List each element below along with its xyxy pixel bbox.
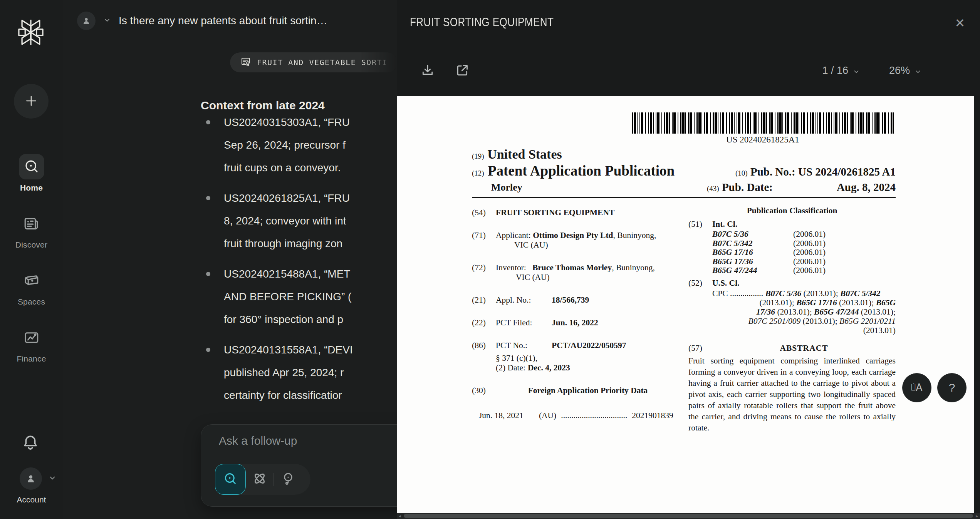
- bullet-line: US20240261825A1, “FRU: [224, 187, 401, 209]
- attachment-badge[interactable]: FRUIT AND VEGETABLE SORTI: [230, 52, 398, 72]
- bullet-line: US20240131558A1, “DEVI: [224, 338, 401, 361]
- doc-classification-heading: Publication Classification: [688, 206, 896, 216]
- sidebar: Home Discover: [0, 0, 63, 519]
- section-heading: Context from late 2024: [201, 99, 325, 112]
- followup-input[interactable]: [218, 434, 420, 448]
- sidebar-nav: Home Discover: [0, 154, 63, 363]
- app: Home Discover: [0, 0, 980, 519]
- bullet-line: fruit through imaging zon: [224, 232, 401, 255]
- close-button[interactable]: ✕: [951, 15, 968, 32]
- patent-certificate-icon: [240, 56, 252, 69]
- help-button[interactable]: ?: [937, 373, 967, 402]
- doc-title-row: (54) FRUIT SORTING EQUIPMENT: [472, 208, 680, 218]
- doc-left-column: (54) FRUIT SORTING EQUIPMENT (71) Applic…: [472, 208, 680, 420]
- doc-intcl-list: B07C 5/36 (2006.01) B07C 5/342 (2006.01)…: [688, 230, 896, 275]
- finance-chart-icon: [19, 325, 44, 350]
- plus-icon: [23, 93, 39, 110]
- bullet-line: US20240215488A1, “MET: [224, 263, 401, 285]
- zoom-control[interactable]: 26%: [889, 65, 922, 77]
- sidebar-item-label: Spaces: [18, 297, 45, 306]
- perplexity-logo-icon[interactable]: [17, 18, 45, 46]
- bullet-line: for 360° inspection and p: [224, 308, 401, 331]
- labs-mode-button[interactable]: [274, 471, 302, 488]
- bullet-line: 8, 2024; conveyor with int: [224, 209, 401, 232]
- download-button[interactable]: [419, 62, 436, 79]
- spaces-icon: [19, 268, 44, 293]
- doc-371-row: § 371 (c)(1), (2) Date:Dec. 4, 2023: [472, 353, 680, 373]
- cpc-line: CPC ................ B07C 5/36 (2013.01)…: [712, 289, 896, 298]
- scroll-right-arrow[interactable]: ▸: [974, 513, 980, 519]
- cpc-line: (2013.01); B65G 17/16 (2013.01); B65G: [712, 298, 896, 307]
- doc-cpc-block: CPC ................ B07C 5/36 (2013.01)…: [688, 289, 896, 335]
- patent-viewer-panel: FRUIT SORTING EQUIPMENT ✕: [397, 0, 980, 519]
- intcl-row: B65G 47/244 (2006.01): [688, 266, 896, 275]
- translate-button[interactable]: 文̇A: [902, 373, 931, 402]
- bullet-line: Sep 26, 2024; precursor f: [224, 134, 401, 156]
- attachment-badge-label: FRUIT AND VEGETABLE SORTI: [257, 58, 388, 67]
- new-thread-button[interactable]: [14, 84, 49, 119]
- intcl-row: B07C 5/36 (2006.01): [688, 230, 896, 239]
- patent-document-page: US 20240261825A1 (19) United States (12)…: [397, 96, 974, 515]
- lightbulb-icon: [280, 471, 296, 488]
- search-icon: [223, 471, 238, 488]
- chevron-down-icon[interactable]: [102, 15, 112, 26]
- intcl-row: B65G 17/16 (2006.01): [688, 248, 896, 257]
- sidebar-item-label: Home: [20, 183, 43, 193]
- sidebar-item-finance[interactable]: Finance: [17, 325, 46, 363]
- sidebar-item-label: Discover: [15, 240, 47, 249]
- bullet-line: fruit cups on a conveyor.: [224, 156, 401, 179]
- right-gutter: [974, 96, 980, 513]
- list-item: US20240315303A1, “FRU Sep 26, 2024; prec…: [201, 111, 401, 179]
- bullet-dot: [206, 196, 210, 200]
- intcl-row: B65G 17/36 (2006.01): [688, 257, 896, 266]
- page-indicator-value: 1 / 16: [822, 65, 848, 77]
- close-icon: ✕: [955, 16, 965, 30]
- avatar: [20, 467, 42, 490]
- mode-pill: [215, 464, 310, 495]
- sidebar-item-home[interactable]: Home: [19, 154, 44, 193]
- chevron-down-icon: [914, 67, 922, 75]
- sidebar-item-spaces[interactable]: Spaces: [18, 268, 45, 306]
- doc-intcl-heading: (51) Int. Cl.: [688, 219, 896, 229]
- horizontal-scrollbar[interactable]: ◂ ▸: [397, 513, 980, 519]
- account-menu[interactable]: [20, 467, 57, 490]
- doc-pub-no: (10) Pub. No.: US 2024/0261825 A1: [707, 166, 896, 178]
- scrollbar-thumb[interactable]: [404, 514, 973, 518]
- intcl-row: B07C 5/342 (2006.01): [688, 239, 896, 248]
- research-mode-button[interactable]: [246, 470, 274, 488]
- download-icon: [420, 74, 435, 79]
- list-item: US20240215488A1, “MET AND BEFORE PICKING…: [201, 263, 401, 331]
- viewer-toolbar: 1 / 16 26%: [397, 46, 980, 95]
- bullet-line: AND BEFORE PICKING” (: [224, 285, 401, 308]
- list-item: US20240131558A1, “DEVI published Apr 25,…: [201, 338, 401, 407]
- search-mode-button[interactable]: [215, 464, 246, 495]
- doc-applicant-row: (71) Applicant: Ottimo Design Pty Ltd, B…: [472, 231, 680, 250]
- doc-priority-row: Jun. 18, 2021 (AU) .....................…: [472, 411, 680, 420]
- open-external-button[interactable]: [454, 62, 471, 79]
- list-item: US20240261825A1, “FRU 8, 2024; conveyor …: [201, 187, 401, 255]
- doc-pct-filed-row: (22) PCT Filed: Jun. 16, 2022: [472, 318, 680, 328]
- user-avatar[interactable]: [77, 12, 96, 30]
- page-indicator[interactable]: 1 / 16: [822, 65, 861, 77]
- account-label: Account: [0, 495, 63, 504]
- external-link-icon: [455, 74, 470, 79]
- doc-abstract-text: Fruit sorting equipment comprising inter…: [688, 355, 896, 434]
- notifications-button[interactable]: [18, 430, 43, 455]
- doc-appl-no-row: (21) Appl. No.: 18/566,739: [472, 295, 680, 305]
- sidebar-item-discover[interactable]: Discover: [15, 211, 47, 249]
- translate-icon: 文̇A: [911, 382, 923, 393]
- bullet-line: US20240315303A1, “FRU: [224, 111, 401, 134]
- doc-kind: (12) Patent Application Publication: [472, 162, 675, 179]
- panel-header: FRUIT SORTING EQUIPMENT ✕: [397, 0, 980, 46]
- bullet-line: certainty for classificatior: [224, 384, 401, 407]
- doc-pub-date: (43) Pub. Date: Aug. 8, 2024: [707, 181, 896, 194]
- sidebar-bottom: Account: [0, 430, 63, 519]
- patent-bullet-list: US20240315303A1, “FRU Sep 26, 2024; prec…: [201, 111, 401, 414]
- newspaper-icon: [18, 211, 44, 236]
- scroll-left-arrow[interactable]: ◂: [397, 513, 403, 519]
- doc-abstract-heading: (57) ABSTRACT: [688, 343, 896, 353]
- doc-inventor-row: (72) Inventor: Bruce Thomas Morley, Buni…: [472, 263, 680, 282]
- atom-orbit-icon: [252, 470, 268, 488]
- bullet-dot: [206, 272, 210, 276]
- doc-country: (19) United States: [472, 147, 562, 162]
